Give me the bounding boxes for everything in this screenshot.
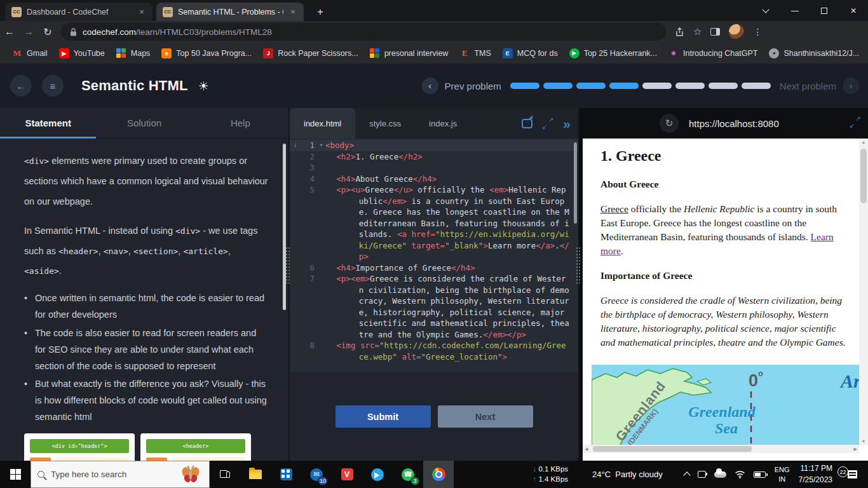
browser-menu-icon[interactable]: ⋮ (753, 27, 762, 37)
file-tab-index-js[interactable]: index.js (415, 108, 471, 139)
tab-help[interactable]: Help (193, 108, 288, 138)
close-tab-icon[interactable]: × (137, 7, 146, 17)
bookmark-item[interactable]: ●Shanthinisakthi12/J... (763, 46, 865, 61)
diagram-card-div: <div id="header"> <div id= <div id="cont… (24, 433, 135, 461)
greece-map-image: 0 o Greenland (DENMARK) Greenland Sea N … (592, 365, 859, 445)
panel-resizer-left[interactable] (285, 247, 290, 283)
editor-scrollbar[interactable] (574, 142, 577, 224)
preview-vertical-scrollbar[interactable]: ▲▼ (859, 139, 868, 445)
taskbar-search[interactable]: Type here to search (31, 461, 210, 488)
file-tab-index-html[interactable]: index.html (290, 108, 355, 139)
telegram-icon (371, 468, 384, 481)
fullscreen-preview-icon[interactable]: ↗↙ (850, 117, 860, 127)
fold-caret-icon (317, 151, 325, 163)
preview-refresh-icon[interactable]: ↻ (660, 114, 679, 133)
task-view-button[interactable] (210, 461, 240, 488)
code-line[interactable]: 4<h4>About Greece</h4> (290, 173, 578, 185)
fold-caret-icon[interactable]: ▾ (317, 140, 325, 151)
file-tab-style-css[interactable]: style.css (355, 108, 415, 139)
profile-avatar[interactable] (729, 24, 744, 39)
weather-widget[interactable]: 24°C Partly cloudy (592, 470, 663, 479)
browser-tab-dashboard[interactable]: CC Dashboard - CodeChef × (5, 3, 153, 21)
back-icon[interactable]: ← (0, 26, 19, 37)
code-line[interactable]: 5<p><u>Greece</u> officially the <em>Hel… (290, 184, 578, 262)
prev-problem-label[interactable]: Prev problem (445, 81, 501, 92)
bookmark-item[interactable]: MGmail (6, 46, 53, 61)
bookmark-item[interactable]: ✻Introducing ChatGPT (663, 46, 763, 61)
task-view-icon (220, 470, 230, 479)
text-segment: <nav> (104, 247, 128, 256)
bookmarks-bar: MGmail▶YouTubeMapseTop 50 Java Progra...… (0, 43, 868, 64)
side-panel-icon[interactable] (710, 28, 720, 36)
code-line[interactable]: i1▾<body> (290, 140, 578, 151)
microsoft-store-button[interactable] (271, 461, 301, 488)
line-number: 6 (301, 262, 317, 274)
code-line[interactable]: 8<img src="https://cdn.codechef.com/Lear… (290, 340, 578, 362)
bookmark-item[interactable]: eTop 50 Java Progra... (156, 46, 257, 61)
close-tab-icon[interactable]: × (288, 7, 297, 17)
code-editor[interactable]: i1▾<body>2<h2>1. Greece</h2>3 4<h4>About… (290, 139, 578, 372)
onedrive-icon[interactable] (714, 471, 726, 478)
next-problem-label[interactable]: Next problem (780, 81, 836, 92)
toolbar-icons: ☆ ⋮ (675, 24, 762, 39)
vivaldi-button[interactable]: V (332, 461, 362, 488)
prev-problem-icon[interactable]: ‹ (422, 78, 438, 94)
next-button[interactable]: Next (438, 405, 533, 428)
collapse-panel-icon[interactable]: » (563, 117, 571, 130)
address-bar[interactable]: codechef.com/learn/HTMLC03/problems/HTML… (61, 23, 666, 41)
preview-horizontal-scrollbar[interactable]: ◀▶ (583, 445, 859, 453)
whatsapp-button[interactable]: ☎3 (393, 461, 423, 488)
file-explorer-button[interactable] (240, 461, 271, 488)
language-indicator[interactable]: ENGIN (775, 465, 790, 484)
window-controls: — ✕ (751, 0, 868, 21)
panel-resizer-right[interactable] (576, 247, 581, 283)
back-circle-button[interactable]: ← (10, 75, 32, 97)
tab-solution[interactable]: Solution (96, 108, 192, 138)
bookmark-star-icon[interactable]: ☆ (693, 26, 702, 37)
fullscreen-editor-icon[interactable]: ↗↙ (543, 118, 553, 128)
svg-text:Ar: Ar (839, 370, 859, 391)
browser-tab-current[interactable]: CC Semantic HTML - Problems - Cod × (156, 3, 304, 21)
minimize-button[interactable]: — (780, 0, 810, 21)
share-icon[interactable] (675, 27, 684, 37)
next-problem-icon[interactable]: › (843, 78, 859, 94)
meet-now-icon[interactable] (698, 471, 706, 478)
battery-icon[interactable] (754, 471, 766, 478)
bookmark-item[interactable]: JRock Paper Scissors... (257, 46, 363, 61)
forward-icon[interactable]: → (19, 26, 38, 37)
code-text (325, 162, 578, 173)
tab-statement[interactable]: Statement (0, 108, 96, 138)
theme-toggle-icon[interactable]: ☀ (198, 79, 209, 93)
new-tab-button[interactable]: + (313, 4, 328, 20)
clock-widget[interactable]: 11:17 PM7/25/2023 (799, 463, 832, 485)
reset-code-icon[interactable] (522, 119, 532, 128)
fold-caret-icon (317, 273, 325, 340)
tab-search-icon[interactable] (751, 0, 780, 21)
reload-icon[interactable]: ↻ (38, 26, 57, 38)
chrome-button[interactable] (423, 461, 454, 488)
preview-url-bar: ↻ https://localhost:8080 ↗↙ (580, 108, 868, 139)
bookmark-item[interactable]: Maps (111, 46, 156, 61)
bookmark-item[interactable]: EMCQ for ds (497, 46, 564, 61)
maximize-button[interactable] (810, 0, 839, 21)
bookmark-item[interactable]: ETMS (454, 46, 496, 61)
code-line[interactable]: 6<h4>Importance of Greece</h4> (290, 262, 578, 274)
tray-expand-icon[interactable] (683, 471, 690, 478)
bookmark-item[interactable]: presonal interview (364, 46, 454, 61)
start-button[interactable] (0, 461, 31, 488)
code-line[interactable]: 3 (290, 162, 578, 173)
edureka-icon: e (161, 48, 172, 58)
wifi-icon[interactable] (735, 470, 745, 478)
statement-scrollbar[interactable] (283, 144, 286, 310)
bookmark-item[interactable]: ▶Top 25 Hackerrank... (564, 46, 663, 61)
code-line[interactable]: 2<h2>1. Greece</h2> (290, 151, 578, 163)
preview-paragraph-about: Greece officially the Hellenic Republic … (600, 202, 850, 258)
lesson-list-button[interactable]: ≡ (42, 75, 64, 97)
telegram-button[interactable] (362, 461, 393, 488)
code-line[interactable]: 7<p><em>Greece is considered the cradle … (290, 273, 578, 340)
mail-button[interactable]: ✉10 (301, 461, 332, 488)
notification-center-button[interactable]: 22 (841, 470, 863, 478)
submit-button[interactable]: Submit (336, 405, 431, 428)
close-window-button[interactable]: ✕ (839, 0, 868, 21)
bookmark-item[interactable]: ▶YouTube (53, 46, 111, 61)
